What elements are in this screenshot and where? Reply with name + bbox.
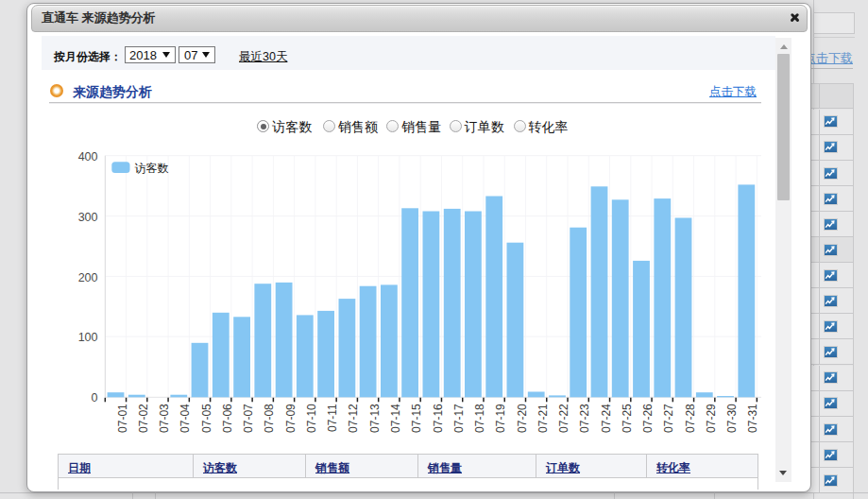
svg-text:07-14: 07-14 (389, 404, 402, 433)
svg-text:07-18: 07-18 (473, 404, 486, 433)
svg-text:访客数: 访客数 (135, 162, 169, 175)
svg-text:07-30: 07-30 (725, 404, 739, 433)
svg-text:400: 400 (78, 150, 98, 163)
svg-text:07-12: 07-12 (347, 404, 360, 433)
svg-text:07-03: 07-03 (158, 404, 171, 433)
svg-text:07-02: 07-02 (137, 404, 150, 433)
svg-text:07-23: 07-23 (578, 404, 591, 433)
svg-text:07-19: 07-19 (494, 404, 507, 433)
svg-text:07-25: 07-25 (621, 404, 634, 433)
svg-text:07-15: 07-15 (410, 404, 423, 433)
svg-text:07-01: 07-01 (116, 404, 129, 433)
svg-text:07-08: 07-08 (263, 404, 276, 433)
svg-text:07-17: 07-17 (452, 404, 466, 433)
svg-text:07-31: 07-31 (746, 404, 759, 433)
svg-text:300: 300 (78, 211, 98, 224)
svg-text:07-06: 07-06 (221, 404, 234, 433)
svg-text:07-21: 07-21 (536, 404, 550, 433)
svg-text:07-16: 07-16 (432, 404, 445, 433)
svg-text:100: 100 (78, 331, 98, 344)
svg-text:07-29: 07-29 (705, 404, 718, 433)
svg-text:07-11: 07-11 (326, 404, 339, 432)
svg-text:07-28: 07-28 (684, 404, 697, 433)
svg-text:07-10: 07-10 (305, 404, 318, 433)
svg-text:07-20: 07-20 (516, 404, 529, 433)
svg-text:07-07: 07-07 (242, 404, 255, 433)
svg-text:200: 200 (78, 271, 98, 284)
svg-text:07-05: 07-05 (200, 404, 213, 433)
svg-text:07-27: 07-27 (662, 404, 675, 433)
svg-text:07-24: 07-24 (600, 404, 613, 433)
svg-text:07-04: 07-04 (179, 404, 192, 433)
svg-text:07-09: 07-09 (284, 404, 298, 433)
svg-text:07-22: 07-22 (557, 404, 570, 433)
svg-text:0: 0 (92, 391, 98, 404)
svg-text:07-26: 07-26 (641, 404, 655, 433)
svg-text:07-13: 07-13 (368, 404, 382, 433)
